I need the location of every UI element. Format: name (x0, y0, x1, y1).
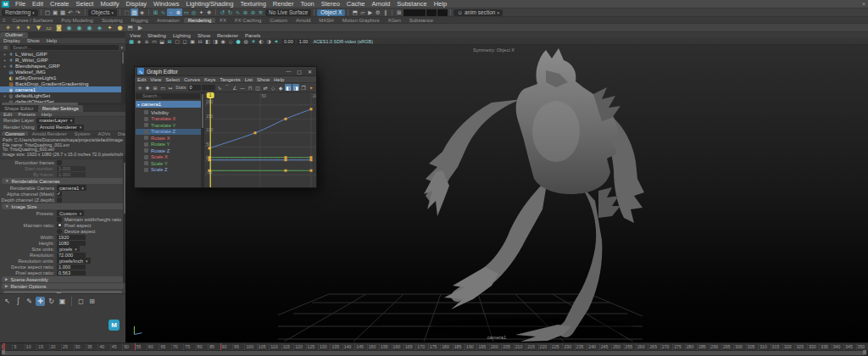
menu-create[interactable]: Create (47, 0, 73, 8)
outliner-item-walkref-img[interactable]: ▤Walkref_IMG (0, 69, 122, 75)
point-light-icon[interactable]: ✶ (25, 24, 32, 31)
start-number-input[interactable]: 1.000 (57, 166, 86, 171)
viewport-menu-panels[interactable]: Panels (245, 33, 260, 38)
render-layer-selector[interactable]: masterLayer▾ (36, 118, 75, 124)
range-end-handle[interactable] (863, 350, 866, 354)
stats-field-1[interactable]: 0 (188, 85, 202, 91)
maya-app-badge-icon[interactable]: M (108, 320, 120, 331)
light-editor-icon[interactable]: ✦ (106, 24, 114, 31)
lasso-select-tool-icon[interactable]: ʃ (14, 297, 23, 306)
range-slider[interactable] (0, 350, 868, 356)
step-tangents-icon[interactable]: ⊓ (247, 84, 253, 91)
lock-camera-icon[interactable]: ◈ (136, 38, 142, 45)
retime-tool-icon[interactable]: ↔ (167, 84, 174, 91)
channel-scale-x[interactable]: Scale X (136, 154, 202, 161)
resolution-units-selector[interactable]: pixels/inch▾ (57, 258, 91, 264)
camera-aim-up-icon[interactable]: ◉ (86, 24, 93, 31)
isolate-select-icon[interactable]: ◉ (220, 38, 226, 45)
pixel-aspect-radio[interactable] (57, 223, 62, 228)
channel-scale-z[interactable]: Scale Z (136, 167, 202, 174)
lock-selection-icon[interactable]: ✦ (198, 8, 205, 16)
outliner-menu-display[interactable]: Display (3, 38, 20, 43)
value-snap-icon[interactable]: ◨ (292, 84, 299, 91)
directional-light-icon[interactable]: ☀ (14, 24, 22, 31)
channel-translate-y[interactable]: Translate Y (136, 122, 202, 129)
device-aspect-radio[interactable] (57, 229, 62, 234)
snap-to-grid-icon[interactable]: ⊞ (152, 8, 159, 16)
graph-editor-minimize-button[interactable]: — (286, 69, 291, 75)
unify-tangents-icon[interactable]: ◆ (277, 84, 284, 91)
workspace-selector[interactable]: ☺ anim section ▾ (453, 9, 503, 16)
exposure-field[interactable]: 0.00 (282, 39, 295, 44)
pixel-aspect-ratio-input[interactable]: 0.563 (57, 270, 86, 275)
presets-selector[interactable]: Custom▾ (57, 210, 84, 216)
menu-set-selector[interactable]: Rendering▾ (2, 9, 38, 16)
output-connections-icon[interactable]: ↻ (226, 8, 234, 16)
graph-editor-close-button[interactable]: ✕ (308, 69, 312, 75)
section-image-size[interactable]: ▼Image Size (2, 203, 124, 209)
menu-texturing[interactable]: Texturing (236, 0, 269, 8)
shelf-tab-motion-graphics[interactable]: Motion Graphics (338, 18, 384, 23)
size-units-selector[interactable]: pixels▾ (57, 246, 80, 252)
outliner-item-l-wrist-grp[interactable]: +✛L_Wrist_GRP (0, 51, 122, 57)
renderable-camera-selector[interactable]: camera1▾ (57, 185, 86, 191)
wireframe-icon[interactable]: ◇ (227, 38, 234, 45)
linear-tangents-icon[interactable]: ∠ (231, 84, 238, 91)
range-slider-bar[interactable] (2, 351, 866, 355)
channel-list-scrollbar[interactable] (201, 92, 203, 187)
snap-to-view-plane-icon[interactable]: ▭ (182, 8, 190, 16)
graph-editor-maximize-button[interactable]: ▢ (297, 69, 302, 75)
select-component-icon[interactable]: ◈ (138, 8, 146, 16)
ipr-render-icon[interactable]: ▶ (366, 8, 374, 16)
channel-rotate-z[interactable]: Rotate Z (136, 147, 202, 154)
shelf-tab-rendering[interactable]: Rendering (184, 18, 216, 23)
select-camera-icon[interactable]: ▦ (128, 38, 135, 45)
outliner-item-backdrop-gradientgradienting[interactable]: ▨BackDrop_GradientGradienting (0, 81, 122, 86)
channel-visibility[interactable]: Visibility (136, 109, 202, 116)
outliner-item-camera1[interactable]: ◉camera1 (0, 86, 122, 92)
single-pane-layout-icon[interactable]: ◻ (76, 297, 86, 306)
menu-toon[interactable]: Toon (297, 0, 317, 8)
select-hierarchy-icon[interactable]: ⬚ (123, 8, 131, 16)
menu-modify[interactable]: Modify (97, 0, 122, 8)
channel-translate-x[interactable]: Translate X (136, 116, 202, 123)
evaluation-mode-icon[interactable]: ≋ (257, 8, 264, 16)
shelf-tab-animation[interactable]: Animation (153, 18, 184, 23)
viewport-menu-renderer[interactable]: Renderer (217, 33, 238, 38)
select-object-icon[interactable]: ▧ (131, 8, 138, 16)
ipr-render-icon[interactable]: ▶ (136, 24, 144, 31)
render-settings-menu-help[interactable]: Help (42, 112, 52, 117)
redo-icon[interactable]: ↷ (75, 8, 82, 16)
outliner-item-r-wrist-grp[interactable]: +✛R_Wrist_GRP (0, 57, 122, 63)
graph-editor-curve-view[interactable]: 200150100500-50501001 (204, 92, 316, 187)
no-history-icon[interactable]: ⊘ (249, 8, 257, 16)
bookmarks-icon[interactable]: ▭ (151, 38, 158, 45)
stats-field-2[interactable] (202, 85, 215, 91)
grid-toggle-icon[interactable]: ⊞ (395, 8, 403, 16)
viewport-renderer-icon[interactable]: ⊚ (242, 8, 249, 16)
close-icon[interactable]: × (862, 1, 865, 7)
shelf-tab-fx[interactable]: FX (215, 18, 231, 23)
expander-icon[interactable]: + (3, 64, 7, 69)
spline-tangents-icon[interactable]: ∿ (216, 84, 223, 91)
graph-editor-menu-view[interactable]: View (150, 77, 161, 82)
section-renderable-cameras[interactable]: ▼Renderable Cameras (2, 178, 124, 184)
auto-frame-icon[interactable]: ❒ (300, 84, 307, 91)
shaded-icon[interactable]: ● (235, 38, 242, 45)
expander-icon[interactable]: + (3, 93, 7, 98)
spot-light-icon[interactable]: ▼ (35, 24, 42, 31)
shadows-icon[interactable]: ◐ (258, 38, 264, 45)
camera-icon[interactable]: ◉ (65, 24, 73, 31)
swap-buffer-curve-icon[interactable]: ⇄ (262, 84, 269, 91)
move-nearest-picked-key-icon[interactable]: ✛ (136, 84, 143, 91)
image-plane-icon[interactable]: ⬓ (159, 38, 165, 45)
insert-keys-icon[interactable]: ✚ (144, 84, 151, 91)
shelf-menu-icon[interactable]: ≡ (3, 18, 6, 23)
time-snap-icon[interactable]: ◧ (285, 84, 292, 91)
anti-aliasing-icon[interactable]: ✶ (273, 38, 280, 45)
pause-viewport-icon[interactable]: ‖ (381, 8, 389, 16)
open-scene-icon[interactable]: ▣ (52, 8, 59, 16)
render-settings-tab-system[interactable]: System (71, 131, 94, 136)
channel-rotate-x[interactable]: Rotate X (136, 135, 202, 142)
grid-icon[interactable]: ⊞ (166, 38, 173, 45)
